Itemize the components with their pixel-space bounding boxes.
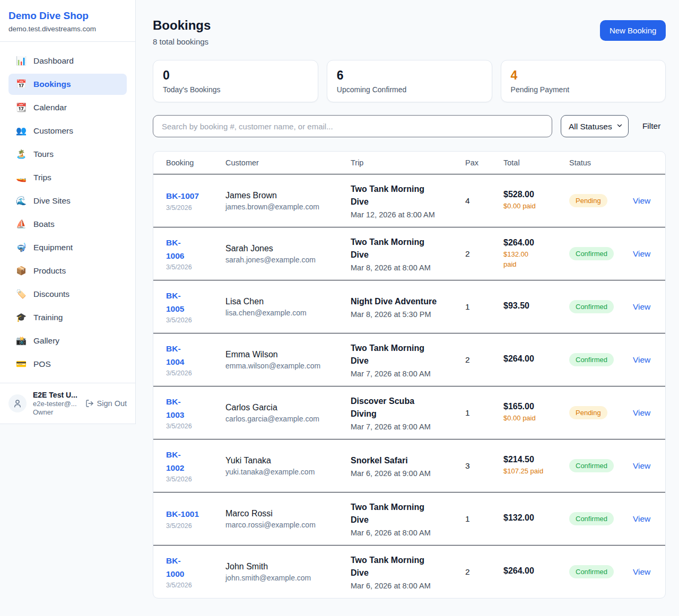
new-booking-button[interactable]: New Booking xyxy=(600,20,666,41)
status-select[interactable]: All Statuses xyxy=(561,115,629,137)
total-cell: $93.50 xyxy=(503,301,569,313)
status-badge: Confirmed xyxy=(569,565,614,578)
view-link[interactable]: View xyxy=(633,196,650,205)
total-cell: $264.00 $132.00 paid xyxy=(503,238,569,270)
total-cell: $132.00 xyxy=(503,513,569,525)
column-header-booking: Booking xyxy=(166,159,225,167)
booking-cell: BK- 1003 3/5/2026 xyxy=(166,395,225,429)
booking-id-link[interactable]: BK- 1000 xyxy=(166,555,184,580)
sidebar-item-gallery[interactable]: 📸 Gallery xyxy=(8,330,127,351)
column-header-pax: Pax xyxy=(465,159,503,167)
table-header-row: Booking Customer Trip Pax Total Status xyxy=(153,152,665,174)
booking-id-link[interactable]: BK-1001 xyxy=(166,508,199,521)
booking-date: 3/5/2026 xyxy=(166,582,219,589)
sidebar-item-trips[interactable]: 🚤 Trips xyxy=(8,167,127,188)
trip-cell: Two Tank Morning Dive Mar 6, 2026 at 8:0… xyxy=(351,501,465,537)
status-badge: Confirmed xyxy=(569,459,614,472)
view-link[interactable]: View xyxy=(633,461,650,470)
paid-amount: $132.00 paid xyxy=(503,250,563,270)
total-amount: $165.00 xyxy=(503,402,563,411)
sign-out-button[interactable]: Sign Out xyxy=(85,399,127,408)
booking-cell: BK- 1004 3/5/2026 xyxy=(166,342,225,376)
page-header-text: Bookings 8 total bookings xyxy=(153,18,211,46)
booking-date: 3/5/2026 xyxy=(166,204,219,212)
stat-card-upcoming-confirmed: 6 Upcoming Confirmed xyxy=(327,60,492,102)
booking-cell: BK- 1006 3/5/2026 xyxy=(166,236,225,270)
trip-cell: Two Tank Morning Dive Mar 6, 2026 at 8:0… xyxy=(351,554,465,590)
sidebar-nav: 📊 Dashboard 📅 Bookings 📆 Calendar 👥 Cust… xyxy=(0,42,135,383)
status-cell: Confirmed xyxy=(569,247,633,260)
view-link[interactable]: View xyxy=(633,355,650,364)
trip-name: Two Tank Morning Dive xyxy=(351,236,459,261)
status-cell: Pending xyxy=(569,406,633,419)
customer-email: marco.rossi@example.com xyxy=(225,521,344,529)
trip-name: Discover Scuba Diving xyxy=(351,395,459,420)
booking-id-link[interactable]: BK-1007 xyxy=(166,190,199,203)
status-cell: Confirmed xyxy=(569,565,633,578)
actions-cell: View xyxy=(633,514,657,524)
view-link[interactable]: View xyxy=(633,408,650,417)
booking-id-link[interactable]: BK- 1005 xyxy=(166,289,184,315)
sidebar-item-dive-sites[interactable]: 🌊 Dive Sites xyxy=(8,190,127,212)
customer-email: yuki.tanaka@example.com xyxy=(225,468,344,476)
booking-id-link[interactable]: BK- 1006 xyxy=(166,236,184,262)
table-row: BK- 1002 3/5/2026 Yuki Tanaka yuki.tanak… xyxy=(153,439,665,492)
customer-name: Emma Wilson xyxy=(225,350,344,359)
booking-date: 3/5/2026 xyxy=(166,316,219,324)
tag-icon: 🏷️ xyxy=(15,289,28,299)
view-link[interactable]: View xyxy=(633,249,650,258)
booking-id-link[interactable]: BK- 1003 xyxy=(166,395,184,421)
actions-cell: View xyxy=(633,196,657,206)
stat-card-pending-payment: 4 Pending Payment xyxy=(501,60,666,102)
sidebar-item-dashboard[interactable]: 📊 Dashboard xyxy=(8,50,127,72)
column-header-trip: Trip xyxy=(351,159,465,167)
booking-id-link[interactable]: BK- 1004 xyxy=(166,342,184,368)
sidebar-item-calendar[interactable]: 📆 Calendar xyxy=(8,97,127,118)
stat-value: 4 xyxy=(511,68,656,83)
booking-date: 3/5/2026 xyxy=(166,369,219,377)
sidebar-item-tours[interactable]: 🏝️ Tours xyxy=(8,144,127,165)
sidebar-item-pos[interactable]: 💳 POS xyxy=(8,354,127,375)
booking-cell: BK- 1005 3/5/2026 xyxy=(166,289,225,323)
sidebar-item-label: Equipment xyxy=(33,243,73,252)
sailboat-icon: ⛵ xyxy=(15,219,28,229)
sidebar-item-label: Customers xyxy=(33,126,73,136)
sidebar-item-equipment[interactable]: 🤿 Equipment xyxy=(8,237,127,258)
sidebar-item-customers[interactable]: 👥 Customers xyxy=(8,120,127,142)
page-header: Bookings 8 total bookings New Booking xyxy=(153,18,666,46)
view-link[interactable]: View xyxy=(633,514,650,523)
trip-datetime: Mar 8, 2026 at 5:30 PM xyxy=(351,310,459,319)
status-cell: Confirmed xyxy=(569,459,633,472)
stat-value: 6 xyxy=(337,68,482,83)
booking-date: 3/5/2026 xyxy=(166,476,219,483)
sidebar-item-products[interactable]: 📦 Products xyxy=(8,260,127,281)
customer-name: Marco Rossi xyxy=(225,509,344,518)
view-link[interactable]: View xyxy=(633,302,650,311)
status-badge: Pending xyxy=(569,406,607,419)
view-link[interactable]: View xyxy=(633,567,650,576)
booking-cell: BK- 1000 3/5/2026 xyxy=(166,555,225,588)
sidebar-item-training[interactable]: 🎓 Training xyxy=(8,307,127,328)
actions-cell: View xyxy=(633,302,657,312)
sidebar-item-bookings[interactable]: 📅 Bookings xyxy=(8,74,127,95)
customer-name: Yuki Tanaka xyxy=(225,456,344,465)
sidebar-item-label: Tours xyxy=(33,149,54,159)
filter-button[interactable]: Filter xyxy=(637,121,666,131)
table-row: BK-1007 3/5/2026 James Brown james.brown… xyxy=(153,174,665,227)
trip-datetime: Mar 6, 2026 at 8:00 AM xyxy=(351,582,459,590)
paid-amount: $0.00 paid xyxy=(503,413,563,424)
trip-cell: Discover Scuba Diving Mar 7, 2026 at 9:0… xyxy=(351,395,465,431)
sidebar-item-label: Bookings xyxy=(33,80,71,89)
search-input[interactable] xyxy=(153,115,552,137)
page-title: Bookings xyxy=(153,18,211,33)
sidebar-header: Demo Dive Shop demo.test.divestreams.com xyxy=(0,0,135,42)
trip-name: Two Tank Morning Dive xyxy=(351,554,459,579)
customer-cell: Carlos Garcia carlos.garcia@example.com xyxy=(225,403,351,423)
total-amount: $93.50 xyxy=(503,301,563,311)
booking-date: 3/5/2026 xyxy=(166,263,219,271)
pax-count: 2 xyxy=(465,355,503,365)
booking-id-link[interactable]: BK- 1002 xyxy=(166,448,184,474)
sidebar-item-boats[interactable]: ⛵ Boats xyxy=(8,214,127,235)
sidebar-item-discounts[interactable]: 🏷️ Discounts xyxy=(8,284,127,305)
booking-cell: BK-1007 3/5/2026 xyxy=(166,190,225,211)
